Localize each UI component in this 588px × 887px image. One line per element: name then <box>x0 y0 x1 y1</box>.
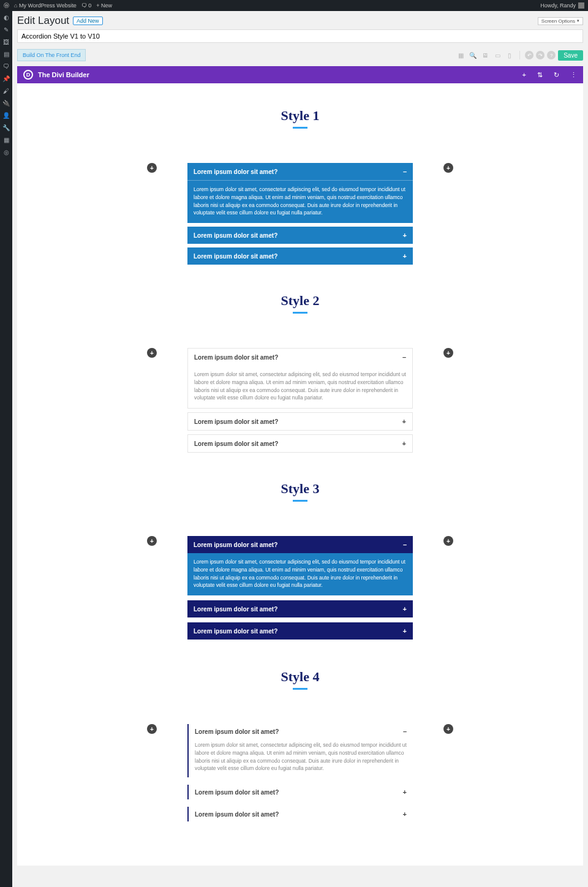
accordion-toggle[interactable]: Lorem ipsum dolor sit amet?– <box>187 536 413 553</box>
accordion-toggle[interactable]: Lorem ipsum dolor sit amet?– <box>188 349 412 366</box>
section-title: Style 3 <box>17 481 583 502</box>
accordion-item: Lorem ipsum dolor sit amet?+ <box>187 434 413 453</box>
accordion-toggle[interactable]: Lorem ipsum dolor sit amet?– <box>187 163 413 181</box>
media-icon[interactable]: 🖾 <box>2 38 10 45</box>
screen-options-button[interactable]: Screen Options <box>538 17 583 25</box>
accordion-toggle[interactable]: Lorem ipsum dolor sit amet?– <box>189 724 413 739</box>
expand-icon: + <box>403 252 407 260</box>
accordion-question: Lorem ipsum dolor sit amet? <box>195 728 279 735</box>
accordion-question: Lorem ipsum dolor sit amet? <box>195 811 279 818</box>
undo-icon[interactable]: ↶ <box>525 51 533 59</box>
section-style-4: Style 4 + Lorem ipsum dolor sit amet?– L… <box>17 657 583 841</box>
divi-builder-header: D The Divi Builder + ⇅ ↻ ⋮ <box>17 66 583 83</box>
accordion-body: Lorem ipsum dolor sit amet, consectetur … <box>187 553 413 595</box>
add-module-right[interactable]: + <box>443 536 453 546</box>
accordion-toggle[interactable]: Lorem ipsum dolor sit amet?+ <box>189 785 413 799</box>
users-icon[interactable]: 👤 <box>2 111 10 119</box>
plugins-icon[interactable]: 🔌 <box>2 99 10 107</box>
add-module-left[interactable]: + <box>147 724 157 734</box>
accordion-body: Lorem ipsum dolor sit amet, consectetur … <box>189 739 413 777</box>
comments-link[interactable]: 🗨 0 <box>81 2 92 9</box>
redo-icon[interactable]: ↷ <box>536 51 545 59</box>
main-content: Edit Layout Add New Screen Options Build… <box>12 11 588 887</box>
add-new-button[interactable]: Add New <box>73 17 103 25</box>
accordion-body: Lorem ipsum dolor sit amet, consectetur … <box>187 181 413 223</box>
wireframe-view-icon[interactable]: ▦ <box>456 50 466 60</box>
accordion-toggle[interactable]: Lorem ipsum dolor sit amet?+ <box>189 807 413 821</box>
settings-icon[interactable]: ⇅ <box>537 71 543 79</box>
accordion-toggle[interactable]: Lorem ipsum dolor sit amet?+ <box>187 247 413 265</box>
accordion-question: Lorem ipsum dolor sit amet? <box>194 418 278 425</box>
accordion-style-2: Lorem ipsum dolor sit amet?– Lorem ipsum… <box>187 348 413 453</box>
expand-icon: + <box>403 788 407 796</box>
add-module-left[interactable]: + <box>147 163 157 173</box>
comments-icon[interactable]: 🗨 <box>2 62 10 70</box>
site-home-link[interactable]: ⌂ My WordPress Website <box>14 2 77 9</box>
settings-icon[interactable]: ▦ <box>2 136 10 143</box>
accordion-item: Lorem ipsum dolor sit amet?+ <box>187 600 413 617</box>
howdy-text[interactable]: Howdy, Randy <box>540 2 576 9</box>
accordion-item: Lorem ipsum dolor sit amet?+ <box>187 622 413 640</box>
projects-icon[interactable]: 📌 <box>2 75 10 82</box>
dashboard-icon[interactable]: ◐ <box>2 13 10 21</box>
post-title-input[interactable] <box>17 29 583 43</box>
more-icon[interactable]: ⋮ <box>570 71 577 79</box>
plus-icon: + <box>96 2 99 9</box>
divi-icon[interactable]: ◎ <box>2 148 10 156</box>
new-content-link[interactable]: + New <box>96 2 112 9</box>
accordion-question: Lorem ipsum dolor sit amet? <box>194 628 277 635</box>
accordion-question: Lorem ipsum dolor sit amet? <box>194 542 277 548</box>
accordion-toggle[interactable]: Lorem ipsum dolor sit amet?+ <box>188 413 412 430</box>
add-module-right[interactable]: + <box>443 348 453 358</box>
accordion-question: Lorem ipsum dolor sit amet? <box>194 168 277 175</box>
section-style-1: Style 1 + Lorem ipsum dolor sit amet?– L… <box>17 96 583 281</box>
page-title: Edit Layout <box>17 15 69 27</box>
separator <box>519 51 520 59</box>
zoom-view-icon[interactable]: 🔍 <box>468 50 478 60</box>
tools-icon[interactable]: 🔧 <box>2 124 10 131</box>
accordion-question: Lorem ipsum dolor sit amet? <box>194 354 278 361</box>
phone-view-icon[interactable]: ▯ <box>505 50 514 60</box>
accordion-item: Lorem ipsum dolor sit amet?+ <box>187 412 413 431</box>
accordion-item: Lorem ipsum dolor sit amet?+ <box>187 785 413 799</box>
add-module-right[interactable]: + <box>443 724 453 734</box>
expand-icon: + <box>403 810 407 818</box>
wp-admin-sidebar: ◐ ✎ 🖾 ▤ 🗨 📌 🖌 🔌 👤 🔧 ▦ ◎ <box>0 11 12 887</box>
history-icon[interactable]: ↻ <box>554 71 559 79</box>
divi-title: The Divi Builder <box>38 71 89 78</box>
accordion-question: Lorem ipsum dolor sit amet? <box>195 789 279 796</box>
add-module-left[interactable]: + <box>147 536 157 546</box>
accordion-item: Lorem ipsum dolor sit amet?+ <box>187 807 413 821</box>
add-section-icon[interactable]: + <box>522 71 526 78</box>
section-title: Style 4 <box>17 669 583 690</box>
appearance-icon[interactable]: 🖌 <box>2 87 10 94</box>
section-style-3: Style 3 + Lorem ipsum dolor sit amet?– L… <box>17 469 583 657</box>
accordion-toggle[interactable]: Lorem ipsum dolor sit amet?+ <box>187 227 413 244</box>
add-module-left[interactable]: + <box>147 348 157 358</box>
expand-icon: + <box>403 605 407 613</box>
accordion-toggle[interactable]: Lorem ipsum dolor sit amet?+ <box>188 435 412 452</box>
save-button[interactable]: Save <box>558 50 583 61</box>
comment-icon: 🗨 <box>81 2 87 9</box>
accordion-toggle[interactable]: Lorem ipsum dolor sit amet?+ <box>187 622 413 640</box>
accordion-item: Lorem ipsum dolor sit amet?+ <box>187 247 413 265</box>
accordion-style-4: Lorem ipsum dolor sit amet?– Lorem ipsum… <box>187 724 413 821</box>
section-style-2: Style 2 + Lorem ipsum dolor sit amet?– L… <box>17 281 583 469</box>
avatar[interactable] <box>578 2 584 9</box>
accordion-style-3: Lorem ipsum dolor sit amet?– Lorem ipsum… <box>187 536 413 640</box>
desktop-view-icon[interactable]: 🖥 <box>480 50 490 60</box>
accordion-item: Lorem ipsum dolor sit amet?– Lorem ipsum… <box>187 348 413 409</box>
pages-icon[interactable]: ▤ <box>2 50 10 58</box>
add-module-right[interactable]: + <box>443 163 453 173</box>
tablet-view-icon[interactable]: ▭ <box>492 50 502 60</box>
posts-icon[interactable]: ✎ <box>2 26 10 33</box>
build-on-frontend-button[interactable]: Build On The Front End <box>17 49 86 61</box>
collapse-icon: – <box>403 728 407 735</box>
help-icon[interactable]: ? <box>547 51 556 59</box>
accordion-body: Lorem ipsum dolor sit amet, consectetur … <box>188 366 412 408</box>
accordion-item: Lorem ipsum dolor sit amet?+ <box>187 227 413 244</box>
accordion-toggle[interactable]: Lorem ipsum dolor sit amet?+ <box>187 600 413 617</box>
accordion-question: Lorem ipsum dolor sit amet? <box>194 253 277 260</box>
comment-count: 0 <box>88 2 91 9</box>
wp-logo-icon[interactable]: ⓦ <box>4 2 9 10</box>
